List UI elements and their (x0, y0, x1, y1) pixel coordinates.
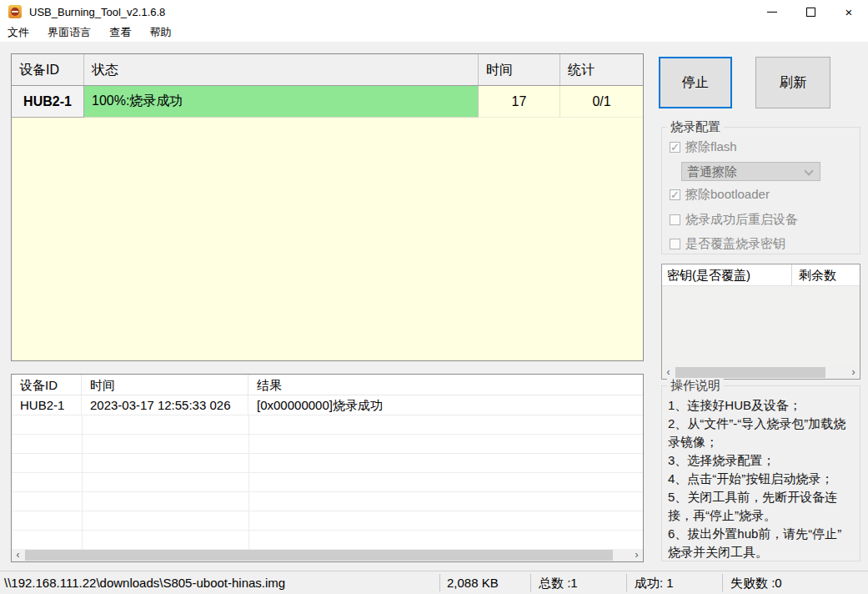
log-grid-empty-area (12, 415, 643, 550)
header-key[interactable]: 密钥(是否覆盖) (662, 264, 792, 285)
menu-language[interactable]: 界面语言 (40, 23, 98, 42)
scroll-left-icon[interactable]: ‹ (12, 549, 24, 561)
check-icon: ✓ (670, 143, 680, 152)
scrollbar-thumb[interactable] (675, 367, 825, 378)
option-reboot-after[interactable]: 烧录成功后重启设备 (670, 212, 798, 228)
log-time-cell: 2023-03-17 12:55:33 026 (82, 395, 248, 415)
statusbar-divider (626, 574, 627, 591)
key-table: 密钥(是否覆盖) 剩余数 ‹ › (661, 264, 860, 380)
log-grid-header: 设备ID 时间 结果 (12, 375, 643, 395)
instruction-line: 3、选择烧录配置； (668, 451, 846, 470)
stat-cell: 0/1 (560, 86, 643, 118)
burn-config-group: 烧录配置 ✓ 擦除flash 普通擦除 ✓ 擦除bootloader 烧录成功后… (661, 127, 860, 254)
instruction-line: 5、关闭工具前，先断开设备连接，再“停止”烧录。 (668, 488, 846, 525)
app-icon (8, 5, 22, 18)
instructions-text: 1、连接好HUB及设备； 2、从“文件”-“导入烧录包”加载烧录镜像； 3、选择… (668, 396, 846, 561)
window-controls: × (753, 0, 868, 23)
key-table-header: 密钥(是否覆盖) 剩余数 (662, 264, 860, 286)
close-button[interactable]: × (830, 0, 868, 23)
checkbox-overwrite-key[interactable] (670, 239, 680, 249)
window-title: USB_Burning_Tool_v2.1.6.8 (29, 6, 165, 18)
image-size: 2,088 KB (447, 576, 499, 590)
failed-count: 失败数 :0 (730, 576, 782, 591)
header-stat[interactable]: 统计 (560, 54, 643, 85)
erase-mode-value: 普通擦除 (687, 164, 737, 179)
minimize-icon (767, 12, 777, 13)
check-icon: ✓ (670, 190, 680, 199)
instruction-line: 1、连接好HUB及设备； (668, 396, 846, 415)
checkbox-reboot-after[interactable] (670, 214, 680, 225)
statusbar-divider (722, 574, 723, 591)
scroll-right-icon[interactable]: › (630, 549, 643, 561)
title-bar: USB_Burning_Tool_v2.1.6.8 × (0, 0, 868, 23)
refresh-button[interactable]: 刷新 (755, 57, 830, 108)
header-device-id[interactable]: 设备ID (12, 54, 84, 85)
option-label: 烧录成功后重启设备 (685, 212, 798, 228)
column-divider (82, 415, 83, 550)
instructions-title: 操作说明 (667, 378, 724, 394)
instruction-line: 6、拔出外置hub前，请先“停止”烧录并关闭工具。 (668, 525, 846, 561)
option-erase-bootloader[interactable]: ✓ 擦除bootloader (670, 187, 770, 203)
maximize-icon (806, 8, 815, 17)
app-icon-core (11, 8, 19, 16)
image-path: \\192.168.111.22\downloads\S805-uboot-hi… (4, 576, 285, 590)
option-label: 擦除flash (685, 139, 737, 155)
scroll-right-icon[interactable]: › (847, 366, 860, 379)
scroll-left-icon[interactable]: ‹ (662, 366, 675, 379)
erase-mode-dropdown[interactable]: 普通擦除 (681, 162, 820, 181)
header-time[interactable]: 时间 (479, 54, 560, 85)
checkbox-erase-flash[interactable]: ✓ (670, 142, 680, 153)
total-count: 总数 :1 (539, 576, 578, 591)
statusbar-divider (530, 574, 531, 591)
scrollbar-thumb[interactable] (25, 550, 613, 561)
log-header-device-id[interactable]: 设备ID (12, 375, 82, 395)
log-header-time[interactable]: 时间 (82, 375, 248, 395)
success-count: 成功: 1 (635, 576, 674, 591)
device-row[interactable]: HUB2-1 100%:烧录成功 17 0/1 (12, 86, 643, 118)
checkbox-erase-bootloader[interactable]: ✓ (670, 189, 680, 200)
log-header-result[interactable]: 结果 (248, 375, 643, 395)
column-divider (248, 415, 249, 550)
log-device-cell: HUB2-1 (12, 395, 82, 415)
option-label: 是否覆盖烧录密钥 (685, 236, 785, 252)
menu-file[interactable]: 文件 (0, 23, 37, 42)
option-label: 擦除bootloader (685, 187, 770, 203)
menu-view[interactable]: 查看 (102, 23, 138, 42)
time-cell: 17 (479, 86, 560, 118)
log-grid-hscrollbar[interactable]: ‹ › (12, 549, 643, 561)
maximize-button[interactable] (791, 0, 830, 23)
status-cell: 100%:烧录成功 (84, 86, 479, 118)
stop-button[interactable]: 停止 (659, 57, 732, 108)
log-row[interactable]: HUB2-1 2023-03-17 12:55:33 026 [0x000000… (12, 395, 643, 415)
header-status[interactable]: 状态 (84, 54, 479, 85)
instructions-group: 操作说明 1、连接好HUB及设备； 2、从“文件”-“导入烧录包”加载烧录镜像；… (661, 385, 860, 561)
chevron-down-icon (804, 166, 813, 175)
log-result-cell: [0x00000000]烧录成功 (248, 395, 643, 415)
log-grid: 设备ID 时间 结果 HUB2-1 2023-03-17 12:55:33 02… (11, 374, 644, 562)
instruction-line: 4、点击“开始”按钮启动烧录； (668, 470, 846, 488)
key-table-hscrollbar[interactable]: ‹ › (662, 366, 860, 379)
statusbar-divider (439, 574, 440, 591)
burn-config-title: 烧录配置 (667, 119, 724, 135)
minimize-button[interactable] (753, 0, 791, 23)
option-erase-flash[interactable]: ✓ 擦除flash (670, 139, 737, 155)
menu-help[interactable]: 帮助 (143, 23, 179, 42)
status-bar: \\192.168.111.22\downloads\S805-uboot-hi… (0, 571, 868, 594)
device-grid: 设备ID 状态 时间 统计 HUB2-1 100%:烧录成功 17 0/1 (11, 53, 644, 361)
header-remaining[interactable]: 剩余数 (792, 264, 860, 285)
menu-bar: 文件 界面语言 查看 帮助 (0, 23, 868, 42)
option-overwrite-key[interactable]: 是否覆盖烧录密钥 (670, 236, 785, 252)
device-grid-header: 设备ID 状态 时间 统计 (12, 54, 643, 86)
device-id-cell: HUB2-1 (12, 86, 84, 118)
instruction-line: 2、从“文件”-“导入烧录包”加载烧录镜像； (668, 415, 846, 451)
